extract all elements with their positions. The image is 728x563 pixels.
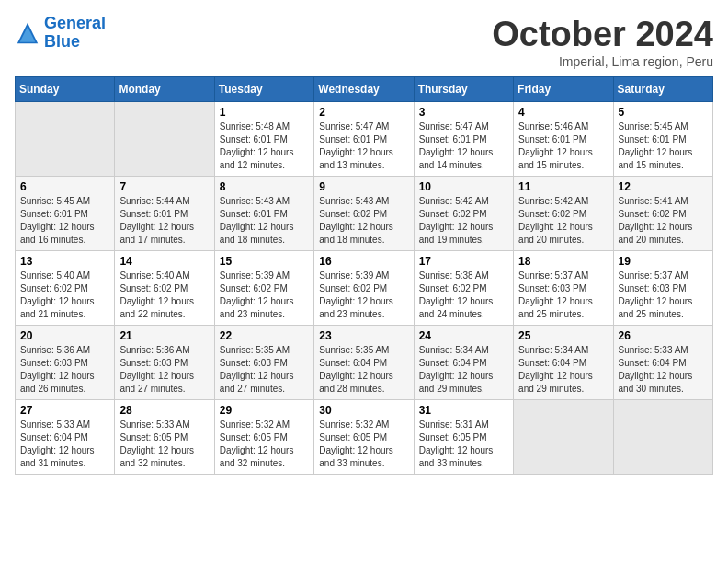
calendar-cell <box>514 400 613 475</box>
calendar-cell: 29Sunrise: 5:32 AMSunset: 6:05 PMDayligh… <box>214 400 313 475</box>
calendar-cell: 8Sunrise: 5:43 AMSunset: 6:01 PMDaylight… <box>214 177 313 251</box>
calendar-cell: 4Sunrise: 5:46 AMSunset: 6:01 PMDaylight… <box>514 102 613 177</box>
calendar-cell: 3Sunrise: 5:47 AMSunset: 6:01 PMDaylight… <box>414 102 513 177</box>
day-number: 13 <box>20 255 109 268</box>
day-number: 3 <box>419 106 508 119</box>
day-info: Sunrise: 5:31 AMSunset: 6:05 PMDaylight:… <box>419 419 508 470</box>
calendar-cell: 11Sunrise: 5:42 AMSunset: 6:02 PMDayligh… <box>514 177 613 251</box>
day-number: 11 <box>518 180 608 193</box>
calendar-cell: 9Sunrise: 5:43 AMSunset: 6:02 PMDaylight… <box>314 177 414 251</box>
calendar-cell: 2Sunrise: 5:47 AMSunset: 6:01 PMDaylight… <box>314 102 414 177</box>
day-info: Sunrise: 5:42 AMSunset: 6:02 PMDaylight:… <box>419 195 508 247</box>
calendar-cell: 17Sunrise: 5:38 AMSunset: 6:02 PMDayligh… <box>414 251 513 326</box>
day-number: 27 <box>20 404 109 417</box>
day-number: 17 <box>419 255 508 268</box>
day-info: Sunrise: 5:41 AMSunset: 6:02 PMDaylight:… <box>619 195 708 247</box>
day-info: Sunrise: 5:39 AMSunset: 6:02 PMDaylight:… <box>319 270 408 321</box>
day-info: Sunrise: 5:44 AMSunset: 6:01 PMDaylight:… <box>119 195 209 247</box>
day-number: 10 <box>419 180 508 193</box>
calendar-cell: 23Sunrise: 5:35 AMSunset: 6:04 PMDayligh… <box>314 326 414 400</box>
weekday-header-sunday: Sunday <box>16 77 115 102</box>
weekday-header-wednesday: Wednesday <box>314 77 414 102</box>
calendar-cell: 7Sunrise: 5:44 AMSunset: 6:01 PMDaylight… <box>115 177 214 251</box>
day-info: Sunrise: 5:45 AMSunset: 6:01 PMDaylight:… <box>619 121 708 172</box>
day-info: Sunrise: 5:47 AMSunset: 6:01 PMDaylight:… <box>419 121 508 172</box>
weekday-header-tuesday: Tuesday <box>214 77 313 102</box>
logo-icon <box>15 20 40 46</box>
calendar-cell: 25Sunrise: 5:34 AMSunset: 6:04 PMDayligh… <box>514 326 613 400</box>
calendar-cell: 31Sunrise: 5:31 AMSunset: 6:05 PMDayligh… <box>414 400 513 475</box>
calendar-cell: 30Sunrise: 5:32 AMSunset: 6:05 PMDayligh… <box>314 400 414 475</box>
weekday-header-row: SundayMondayTuesdayWednesdayThursdayFrid… <box>16 77 713 102</box>
day-number: 16 <box>319 255 408 268</box>
title-area: October 2024 Imperial, Lima region, Peru <box>492 15 713 69</box>
calendar-cell: 13Sunrise: 5:40 AMSunset: 6:02 PMDayligh… <box>16 251 115 326</box>
day-number: 25 <box>518 329 608 342</box>
calendar-cell <box>16 102 115 177</box>
logo-line2: Blue <box>44 32 80 51</box>
day-info: Sunrise: 5:34 AMSunset: 6:04 PMDaylight:… <box>419 344 508 396</box>
day-number: 26 <box>619 329 708 342</box>
calendar-cell <box>613 400 712 475</box>
calendar-week-row: 1Sunrise: 5:48 AMSunset: 6:01 PMDaylight… <box>16 102 713 177</box>
day-info: Sunrise: 5:32 AMSunset: 6:05 PMDaylight:… <box>319 419 408 470</box>
month-title: October 2024 <box>492 15 713 54</box>
calendar-table: SundayMondayTuesdayWednesdayThursdayFrid… <box>15 76 713 475</box>
calendar-cell: 27Sunrise: 5:33 AMSunset: 6:04 PMDayligh… <box>16 400 115 475</box>
calendar-cell: 12Sunrise: 5:41 AMSunset: 6:02 PMDayligh… <box>613 177 712 251</box>
calendar-cell: 24Sunrise: 5:34 AMSunset: 6:04 PMDayligh… <box>414 326 513 400</box>
day-number: 20 <box>20 329 109 342</box>
logo-line1: General <box>44 14 106 32</box>
calendar-week-row: 6Sunrise: 5:45 AMSunset: 6:01 PMDaylight… <box>16 177 713 251</box>
day-number: 14 <box>119 255 209 268</box>
calendar-cell: 26Sunrise: 5:33 AMSunset: 6:04 PMDayligh… <box>613 326 712 400</box>
day-info: Sunrise: 5:42 AMSunset: 6:02 PMDaylight:… <box>518 195 608 247</box>
day-info: Sunrise: 5:46 AMSunset: 6:01 PMDaylight:… <box>518 121 608 172</box>
page-header: General Blue October 2024 Imperial, Lima… <box>15 15 713 69</box>
day-info: Sunrise: 5:38 AMSunset: 6:02 PMDaylight:… <box>419 270 508 321</box>
calendar-cell: 20Sunrise: 5:36 AMSunset: 6:03 PMDayligh… <box>16 326 115 400</box>
day-info: Sunrise: 5:33 AMSunset: 6:05 PMDaylight:… <box>119 419 209 470</box>
day-info: Sunrise: 5:43 AMSunset: 6:01 PMDaylight:… <box>220 195 309 247</box>
day-info: Sunrise: 5:32 AMSunset: 6:05 PMDaylight:… <box>220 419 309 470</box>
calendar-week-row: 27Sunrise: 5:33 AMSunset: 6:04 PMDayligh… <box>16 400 713 475</box>
calendar-cell: 15Sunrise: 5:39 AMSunset: 6:02 PMDayligh… <box>214 251 313 326</box>
day-number: 4 <box>518 106 608 119</box>
day-number: 12 <box>619 180 708 193</box>
day-info: Sunrise: 5:33 AMSunset: 6:04 PMDaylight:… <box>20 419 109 470</box>
calendar-cell: 21Sunrise: 5:36 AMSunset: 6:03 PMDayligh… <box>115 326 214 400</box>
calendar-cell: 14Sunrise: 5:40 AMSunset: 6:02 PMDayligh… <box>115 251 214 326</box>
day-number: 28 <box>119 404 209 417</box>
day-info: Sunrise: 5:37 AMSunset: 6:03 PMDaylight:… <box>518 270 608 321</box>
day-info: Sunrise: 5:33 AMSunset: 6:04 PMDaylight:… <box>619 344 708 396</box>
day-number: 31 <box>419 404 508 417</box>
day-number: 15 <box>220 255 309 268</box>
day-info: Sunrise: 5:36 AMSunset: 6:03 PMDaylight:… <box>20 344 109 396</box>
day-number: 24 <box>419 329 508 342</box>
day-info: Sunrise: 5:48 AMSunset: 6:01 PMDaylight:… <box>220 121 309 172</box>
day-info: Sunrise: 5:35 AMSunset: 6:03 PMDaylight:… <box>220 344 309 396</box>
logo: General Blue <box>15 15 106 52</box>
calendar-cell <box>115 102 214 177</box>
day-number: 22 <box>220 329 309 342</box>
day-number: 29 <box>220 404 309 417</box>
weekday-header-thursday: Thursday <box>414 77 513 102</box>
day-number: 8 <box>220 180 309 193</box>
logo-text: General Blue <box>44 15 106 52</box>
day-number: 9 <box>319 180 408 193</box>
day-number: 1 <box>220 106 309 119</box>
day-info: Sunrise: 5:34 AMSunset: 6:04 PMDaylight:… <box>518 344 608 396</box>
day-info: Sunrise: 5:47 AMSunset: 6:01 PMDaylight:… <box>319 121 408 172</box>
weekday-header-friday: Friday <box>514 77 613 102</box>
day-number: 19 <box>619 255 708 268</box>
day-number: 21 <box>119 329 209 342</box>
day-info: Sunrise: 5:37 AMSunset: 6:03 PMDaylight:… <box>619 270 708 321</box>
calendar-week-row: 13Sunrise: 5:40 AMSunset: 6:02 PMDayligh… <box>16 251 713 326</box>
day-info: Sunrise: 5:39 AMSunset: 6:02 PMDaylight:… <box>220 270 309 321</box>
calendar-cell: 16Sunrise: 5:39 AMSunset: 6:02 PMDayligh… <box>314 251 414 326</box>
calendar-cell: 18Sunrise: 5:37 AMSunset: 6:03 PMDayligh… <box>514 251 613 326</box>
day-number: 23 <box>319 329 408 342</box>
calendar-cell: 6Sunrise: 5:45 AMSunset: 6:01 PMDaylight… <box>16 177 115 251</box>
calendar-cell: 1Sunrise: 5:48 AMSunset: 6:01 PMDaylight… <box>214 102 313 177</box>
weekday-header-saturday: Saturday <box>613 77 712 102</box>
